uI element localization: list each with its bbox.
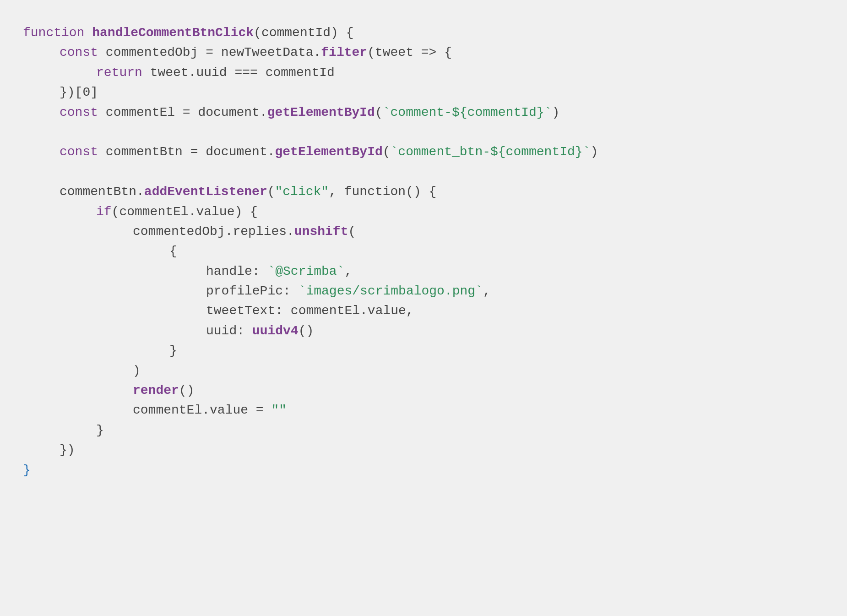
code-line-23: } — [23, 460, 824, 480]
code-line-8 — [23, 162, 824, 182]
fn-name: handleCommentBtnClick — [92, 23, 254, 43]
code-line-14: profilePic: `images/scrimbalogo.png`, — [23, 281, 824, 301]
keyword-const-3: const — [60, 142, 106, 162]
code-line-17: } — [23, 341, 824, 360]
keyword-const-1: const — [60, 43, 106, 62]
code-editor: function handleCommentBtnClick(commentId… — [9, 14, 838, 489]
fn-params: (commentId) { — [254, 23, 353, 43]
code-line-21: } — [23, 420, 824, 440]
code-line-7: const commentBtn = document.getElementBy… — [23, 142, 824, 162]
code-line-9: commentBtn.addEventListener("click", fun… — [23, 182, 824, 202]
code-line-15: tweetText: commentEl.value, — [23, 301, 824, 321]
keyword-const-2: const — [60, 103, 106, 122]
code-line-13: handle: `@Scrimba`, — [23, 262, 824, 281]
code-line-12: { — [23, 241, 824, 261]
keyword-function: function — [23, 23, 92, 43]
code-line-5: const commentEl = document.getElementByI… — [23, 103, 824, 122]
code-line-10: if(commentEl.value) { — [23, 202, 824, 222]
code-line-4: })[0] — [23, 82, 824, 102]
code-line-1: function handleCommentBtnClick(commentId… — [23, 23, 824, 43]
code-line-11: commentedObj.replies.unshift( — [23, 222, 824, 241]
code-line-16: uuid: uuidv4() — [23, 321, 824, 341]
code-line-6 — [23, 122, 824, 142]
code-line-20: commentEl.value = "" — [23, 400, 824, 420]
code-line-19: render() — [23, 381, 824, 400]
code-line-22: }) — [23, 440, 824, 460]
code-line-3: return tweet.uuid === commentId — [23, 63, 824, 82]
code-line-18: ) — [23, 361, 824, 381]
keyword-if: if — [96, 202, 112, 222]
keyword-return: return — [96, 63, 150, 82]
code-line-2: const commentedObj = newTweetData.filter… — [23, 43, 824, 62]
